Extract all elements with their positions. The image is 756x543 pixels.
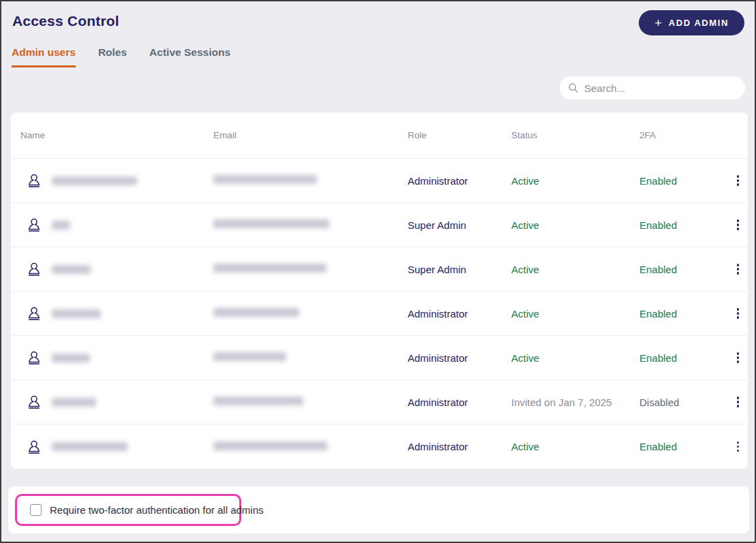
require-2fa-label: Require two-factor authentication for al…	[50, 504, 264, 516]
user-icon	[26, 217, 42, 233]
email-cell	[213, 174, 408, 187]
twofa-cell: Enabled	[639, 264, 728, 275]
redacted-name	[52, 398, 96, 407]
name-cell	[20, 261, 213, 277]
user-icon	[26, 350, 42, 366]
name-cell	[20, 350, 213, 366]
email-cell	[213, 352, 408, 364]
status-cell: Active	[511, 352, 639, 364]
email-cell	[213, 263, 408, 275]
table-row: Administrator Invited on Jan 7, 2025 Dis…	[11, 380, 748, 424]
role-cell: Administrator	[408, 175, 511, 187]
row-menu-button[interactable]	[728, 261, 748, 277]
name-cell	[20, 394, 213, 410]
email-cell	[213, 396, 408, 408]
redacted-name	[52, 176, 137, 185]
redacted-email	[213, 397, 303, 405]
tab-active-sessions[interactable]: Active Sessions	[149, 46, 230, 67]
email-cell	[213, 219, 408, 231]
table-row: Administrator Active Enabled	[11, 336, 748, 380]
status-cell: Invited on Jan 7, 2025	[511, 397, 639, 408]
row-menu-button[interactable]	[728, 394, 748, 410]
twofa-cell: Enabled	[639, 352, 728, 364]
tab-admin-users[interactable]: Admin users	[12, 46, 76, 67]
redacted-email	[213, 175, 317, 184]
role-cell: Super Admin	[408, 264, 511, 275]
table-row: Super Admin Active Enabled	[11, 247, 748, 292]
redacted-email	[213, 352, 286, 361]
role-cell: Administrator	[408, 441, 511, 452]
access-control-page: Access Control + ADD ADMIN Admin users R…	[0, 0, 756, 543]
role-cell: Super Admin	[408, 219, 511, 231]
name-cell	[20, 439, 213, 455]
annotation-highlight-box: Require two-factor authentication for al…	[15, 494, 241, 526]
page-title: Access Control	[12, 13, 119, 29]
email-cell	[213, 441, 408, 453]
column-header-status: Status	[511, 130, 639, 140]
search-box	[560, 76, 745, 99]
footer-bar: Require two-factor authentication for al…	[8, 486, 749, 533]
admin-users-table: Name Email Role Status 2FA Administrator…	[11, 112, 748, 469]
add-admin-button-label: ADD ADMIN	[669, 18, 729, 28]
tab-bar: Admin users Roles Active Sessions	[12, 46, 230, 67]
column-header-email: Email	[213, 130, 408, 140]
twofa-cell: Enabled	[639, 441, 728, 452]
redacted-name	[52, 265, 91, 274]
user-icon	[26, 439, 42, 455]
twofa-cell: Enabled	[639, 175, 728, 187]
twofa-cell: Disabled	[639, 397, 728, 408]
tab-roles[interactable]: Roles	[98, 46, 127, 67]
status-cell: Active	[511, 175, 639, 187]
add-admin-button[interactable]: + ADD ADMIN	[639, 10, 744, 35]
row-menu-button[interactable]	[728, 217, 748, 233]
table-row: Administrator Active Enabled	[11, 292, 748, 336]
name-cell	[20, 305, 213, 322]
role-cell: Administrator	[408, 397, 511, 408]
twofa-cell: Enabled	[639, 308, 728, 320]
name-cell	[20, 172, 213, 189]
table-row: Administrator Active Enabled	[11, 159, 748, 203]
require-2fa-checkbox[interactable]	[30, 504, 42, 516]
table-row: Super Admin Active Enabled	[11, 203, 748, 247]
redacted-name	[52, 221, 70, 230]
search-input[interactable]	[584, 82, 737, 94]
column-header-name: Name	[20, 130, 213, 140]
column-header-2fa: 2FA	[639, 130, 728, 140]
table-body: Administrator Active Enabled Super Admin…	[11, 159, 748, 469]
twofa-cell: Enabled	[639, 219, 728, 231]
plus-icon: +	[654, 17, 662, 29]
table-header-row: Name Email Role Status 2FA	[11, 112, 748, 159]
column-header-role: Role	[408, 130, 511, 140]
table-row: Administrator Active Enabled	[11, 424, 748, 469]
redacted-email	[213, 308, 299, 317]
redacted-name	[52, 442, 127, 451]
status-cell: Active	[511, 219, 639, 231]
row-menu-button[interactable]	[728, 172, 748, 189]
user-icon	[26, 394, 42, 410]
status-cell: Active	[511, 308, 639, 320]
row-menu-button[interactable]	[728, 350, 748, 366]
search-icon	[568, 82, 579, 93]
redacted-email	[213, 219, 329, 228]
email-cell	[213, 307, 408, 320]
user-icon	[26, 261, 42, 277]
redacted-name	[52, 354, 90, 362]
status-cell: Active	[511, 264, 639, 275]
row-menu-button[interactable]	[728, 305, 748, 322]
user-icon	[26, 172, 42, 189]
status-cell: Active	[511, 441, 639, 452]
name-cell	[20, 217, 213, 233]
row-menu-button[interactable]	[728, 439, 748, 455]
role-cell: Administrator	[408, 308, 511, 320]
user-icon	[26, 305, 42, 322]
redacted-email	[213, 441, 327, 450]
redacted-name	[52, 309, 101, 318]
redacted-email	[213, 264, 327, 273]
role-cell: Administrator	[408, 352, 511, 364]
